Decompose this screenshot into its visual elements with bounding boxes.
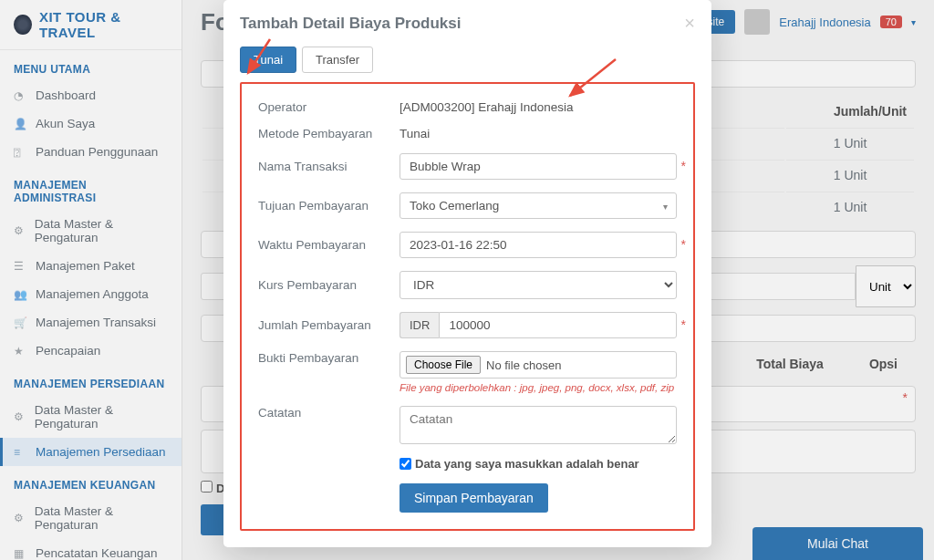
bukti-label: Bukti Pembayaran bbox=[258, 351, 400, 365]
close-icon[interactable]: × bbox=[684, 13, 695, 34]
confirm-label: Data yang saya masukkan adalah benar bbox=[415, 457, 639, 471]
kurs-select[interactable]: IDR bbox=[400, 271, 677, 299]
tab-tunai[interactable]: Tunai bbox=[240, 47, 296, 73]
waktu-input[interactable] bbox=[400, 232, 677, 258]
nama-transaksi-label: Nama Transaksi bbox=[258, 160, 400, 173]
modal-title: Tambah Detail Biaya Produksi bbox=[240, 15, 461, 33]
modal-tambah-biaya: Tambah Detail Biaya Produksi × Tunai Tra… bbox=[223, 0, 711, 547]
file-input-wrapper[interactable]: Choose File No file chosen bbox=[400, 351, 677, 379]
metode-label: Metode Pembayaran bbox=[258, 127, 400, 140]
tab-transfer[interactable]: Transfer bbox=[302, 47, 373, 73]
form-container: Operator [ADM003200] Erahajj Indonesia M… bbox=[240, 82, 695, 531]
catatan-textarea[interactable] bbox=[400, 406, 677, 444]
operator-value: [ADM003200] Erahajj Indonesia bbox=[400, 100, 574, 114]
choose-file-button[interactable]: Choose File bbox=[406, 356, 481, 374]
catatan-label: Catatan bbox=[258, 406, 400, 420]
confirm-checkbox[interactable] bbox=[400, 458, 411, 470]
required-star: * bbox=[681, 317, 686, 332]
required-star: * bbox=[681, 237, 686, 252]
file-status: No file chosen bbox=[486, 358, 561, 372]
file-hint: File yang diperbolehkan : jpg, jpeg, png… bbox=[400, 382, 677, 393]
tabs: Tunai Transfer bbox=[240, 47, 695, 73]
tujuan-select[interactable]: Toko Cemerlang bbox=[400, 192, 677, 219]
waktu-label: Waktu Pembayaran bbox=[258, 238, 400, 252]
jumlah-input[interactable] bbox=[439, 312, 677, 338]
metode-value: Tunai bbox=[400, 127, 430, 140]
tujuan-label: Tujuan Pembayaran bbox=[258, 199, 400, 213]
kurs-label: Kurs Pembayaran bbox=[258, 278, 400, 292]
jumlah-label: Jumlah Pembayaran bbox=[258, 318, 400, 332]
modal-body: Tunai Transfer Operator [ADM003200] Erah… bbox=[223, 47, 711, 547]
nama-transaksi-input[interactable] bbox=[400, 153, 677, 180]
required-star: * bbox=[681, 159, 686, 173]
modal-header: Tambah Detail Biaya Produksi × bbox=[223, 0, 711, 47]
currency-prefix: IDR bbox=[400, 312, 439, 338]
operator-label: Operator bbox=[258, 100, 400, 114]
simpan-button[interactable]: Simpan Pembayaran bbox=[400, 483, 548, 513]
